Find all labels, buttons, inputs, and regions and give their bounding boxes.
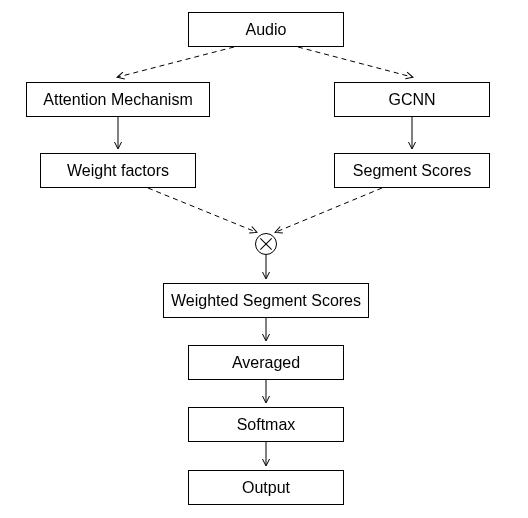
svg-line-5 — [276, 188, 382, 232]
node-weighted-segment-scores: Weighted Segment Scores — [163, 283, 369, 318]
multiply-operator-icon — [255, 233, 277, 255]
diagram-canvas: Audio Attention Mechanism GCNN Weight fa… — [0, 0, 528, 518]
node-weight-factors: Weight factors — [40, 153, 196, 188]
node-averaged: Averaged — [188, 345, 344, 380]
svg-line-1 — [298, 47, 412, 77]
node-output: Output — [188, 470, 344, 505]
node-segment-scores: Segment Scores — [334, 153, 490, 188]
node-gcnn: GCNN — [334, 82, 490, 117]
svg-line-4 — [148, 188, 256, 232]
svg-line-0 — [118, 47, 234, 77]
node-softmax: Softmax — [188, 407, 344, 442]
node-audio: Audio — [188, 12, 344, 47]
node-attention-mechanism: Attention Mechanism — [26, 82, 210, 117]
